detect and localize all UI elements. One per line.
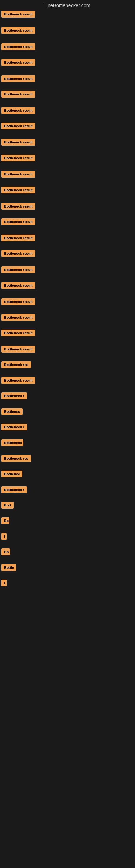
bottleneck-item: Bottleneck result [1,250,35,258]
bottleneck-badge[interactable]: Bo [1,549,10,555]
bottleneck-item: Bottle [1,564,16,572]
bottleneck-badge[interactable]: Bo [1,517,9,524]
bottleneck-item: Bottleneck result [1,155,35,162]
bottleneck-badge[interactable]: Bottleneck result [1,43,35,50]
bottleneck-item: Bottleneck [1,439,24,447]
bottleneck-item: Bottleneck res [1,455,31,463]
bottleneck-badge[interactable]: Bottle [1,564,16,571]
bottleneck-item: Bottleneck result [1,299,35,306]
bottleneck-badge[interactable]: Bottleneck result [1,282,35,289]
bottleneck-badge[interactable]: Bottleneck result [1,330,35,336]
bottleneck-item: Bott [1,502,14,510]
bottleneck-item: Bottleneck result [1,139,35,147]
bottleneck-item: Bottleneck result [1,187,35,194]
bottleneck-badge[interactable]: Bottleneck res [1,455,31,462]
bottleneck-badge[interactable]: Bottleneck res [1,361,31,368]
bottleneck-item: I [1,580,7,588]
bottleneck-badge[interactable]: Bottleneck result [1,346,35,352]
bottleneck-item: Bottleneck result [1,267,35,274]
bottleneck-badge[interactable]: Bottleneck result [1,377,35,384]
bottleneck-badge[interactable]: Bottleneck result [1,123,35,129]
bottleneck-item: Bottleneck result [1,75,35,83]
bottleneck-item: Bottleneck result [1,218,35,226]
bottleneck-item: Bottleneck result [1,107,35,115]
bottleneck-item: Bottleneck result [1,235,35,243]
bottleneck-item: Bottleneck r [1,486,27,494]
bottleneck-item: Bottleneck result [1,346,35,354]
bottleneck-item: Bottlenec [1,471,22,478]
bottleneck-badge[interactable]: Bottleneck r [1,393,27,399]
bottleneck-badge[interactable]: Bottleneck result [1,75,35,82]
bottleneck-badge[interactable]: Bottleneck result [1,218,35,225]
bottleneck-badge[interactable]: I [1,580,7,586]
bottleneck-badge[interactable]: Bottleneck result [1,59,35,66]
bottleneck-badge[interactable]: Bott [1,502,14,508]
bottleneck-item: Bottleneck result [1,91,35,99]
bottleneck-badge[interactable]: Bottleneck result [1,139,35,146]
bottleneck-badge[interactable]: Bottleneck result [1,27,35,34]
bottleneck-item: Bottleneck result [1,330,35,337]
bottleneck-item: Bo [1,517,9,525]
bottleneck-badge[interactable]: Bottleneck r [1,486,27,493]
bottleneck-badge[interactable]: Bottleneck result [1,250,35,257]
bottleneck-item: Bottleneck result [1,203,35,211]
bottleneck-item: Bottleneck result [1,171,35,179]
bottleneck-item: Bottleneck r [1,393,27,400]
bottleneck-item: Bottleneck result [1,43,35,51]
bottleneck-item: Bottlenec [1,408,23,416]
bottleneck-item: Bottleneck result [1,314,35,322]
bottleneck-badge[interactable]: Bottleneck result [1,267,35,273]
bottleneck-item: Bottleneck result [1,27,35,35]
bottleneck-item: Bottleneck result [1,59,35,67]
bottleneck-badge[interactable]: Bottleneck result [1,155,35,161]
bottleneck-badge[interactable]: Bottleneck result [1,314,35,321]
bottleneck-badge[interactable]: Bottlenec [1,408,23,415]
bottleneck-item: Bottleneck r [1,424,27,432]
bottleneck-item: Bottleneck result [1,11,35,19]
bottleneck-badge[interactable]: Bottleneck result [1,91,35,98]
bottleneck-badge[interactable]: Bottleneck result [1,171,35,178]
bottleneck-badge[interactable]: Bottleneck result [1,187,35,193]
bottleneck-item: Bottleneck result [1,377,35,385]
bottleneck-badge[interactable]: Bottleneck result [1,107,35,114]
bottleneck-badge[interactable]: I [1,533,7,540]
bottleneck-item: I [1,533,7,541]
bottleneck-badge[interactable]: Bottleneck r [1,424,27,431]
bottleneck-item: Bo [1,549,10,556]
bottleneck-badge[interactable]: Bottleneck result [1,299,35,305]
bottleneck-badge[interactable]: Bottleneck result [1,11,35,18]
bottleneck-badge[interactable]: Bottleneck result [1,203,35,210]
bottleneck-item: Bottleneck result [1,282,35,290]
bottleneck-badge[interactable]: Bottleneck result [1,235,35,241]
bottleneck-item: Bottleneck result [1,123,35,130]
bottleneck-item: Bottleneck res [1,361,31,369]
bottleneck-badge[interactable]: Bottleneck [1,439,24,446]
bottleneck-badge[interactable]: Bottlenec [1,471,22,477]
